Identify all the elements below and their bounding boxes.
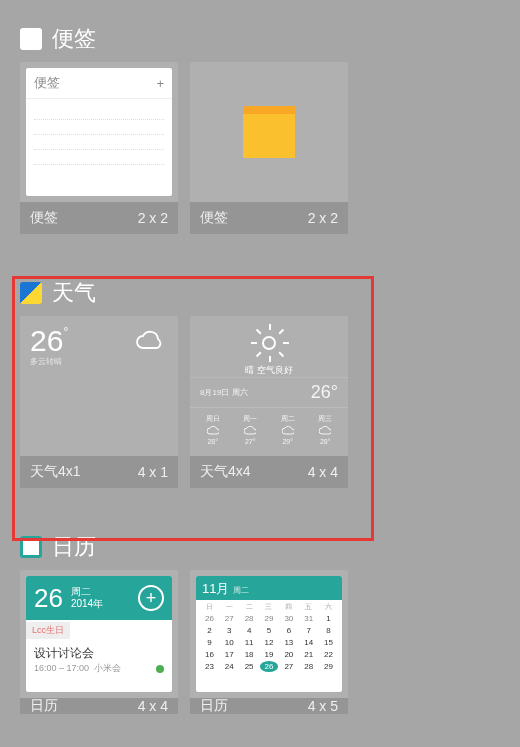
widget-name: 便签 (30, 209, 58, 227)
notes-icon (20, 28, 42, 50)
widget-preview: 晴 空气良好 8月19日 周六 26° 周日28° 周一27° 周二29° 周三… (190, 316, 348, 456)
widget-notes-2x2-b[interactable]: 便签 2 x 2 (190, 62, 348, 234)
widget-calendar-month[interactable]: 11月 周二 日一二三四五六 2627282930311 2345678 910… (190, 570, 348, 714)
widget-footer: 日历 4 x 4 (20, 698, 178, 714)
widget-preview: 26° 多云转晴 (20, 316, 178, 456)
section-title: 便签 (52, 24, 96, 54)
event-dot-icon (156, 665, 164, 673)
event-title: 设计讨论会 (34, 645, 164, 662)
note-preview: 便签 + (26, 68, 172, 196)
cal-month-dow: 周二 (233, 585, 249, 596)
section-header-calendar: 日历 (20, 522, 500, 570)
weather4-temp: 26 (311, 382, 331, 402)
widget-notes-2x2-a[interactable]: 便签 + 便签 2 x 2 (20, 62, 178, 234)
section-header-notes: 便签 (20, 14, 500, 62)
widget-name: 天气4x1 (30, 463, 81, 481)
cal-month: 11月 (202, 580, 229, 598)
widget-footer: 便签 2 x 2 (20, 202, 178, 234)
cal-date: 26 (34, 583, 63, 614)
widget-weather-4x4[interactable]: 晴 空气良好 8月19日 周六 26° 周日28° 周一27° 周二29° 周三… (190, 316, 348, 488)
widget-footer: 便签 2 x 2 (190, 202, 348, 234)
section-weather: 天气 26° 多云转晴 天气4x1 4 x 1 (0, 268, 520, 488)
section-calendar: 日历 26 周二 2014年 + Lcc生日 设计讨论会 (0, 522, 520, 714)
section-header-weather: 天气 (20, 268, 500, 316)
plus-icon: + (156, 76, 164, 91)
weather4-forecast: 周日28° 周一27° 周二29° 周三28° (190, 407, 348, 445)
weather4-date: 8月19日 周六 (200, 387, 248, 398)
widget-size: 4 x 4 (138, 698, 168, 714)
widget-name: 便签 (200, 209, 228, 227)
cal-tag: Lcc生日 (26, 622, 70, 639)
section-title: 天气 (52, 278, 96, 308)
widget-preview: 便签 + (20, 62, 178, 202)
widget-name: 日历 (30, 698, 58, 714)
note-header-label: 便签 (34, 74, 60, 92)
widget-size: 4 x 1 (138, 464, 168, 480)
widget-footer: 天气4x4 4 x 4 (190, 456, 348, 488)
widget-size: 4 x 4 (308, 464, 338, 480)
calendar-icon (20, 536, 42, 558)
widget-weather-4x1[interactable]: 26° 多云转晴 天气4x1 4 x 1 (20, 316, 178, 488)
weather-cond: 多云转晴 (30, 356, 68, 367)
cal-grid: 日一二三四五六 2627282930311 2345678 9101112131… (196, 600, 342, 676)
add-event-button[interactable]: + (138, 585, 164, 611)
widget-size: 4 x 5 (308, 698, 338, 714)
weather4-cond: 晴 空气良好 (190, 364, 348, 377)
sticky-note-icon (243, 106, 295, 158)
widget-size: 2 x 2 (138, 210, 168, 226)
widget-footer: 天气4x1 4 x 1 (20, 456, 178, 488)
section-title: 日历 (52, 532, 96, 562)
section-notes: 便签 便签 + 便签 2 x 2 (0, 0, 520, 234)
weather-icon (20, 282, 42, 304)
widget-preview (190, 62, 348, 202)
cal-dow: 周二 (71, 586, 103, 598)
widget-name: 天气4x4 (200, 463, 251, 481)
cloud-icon (134, 330, 164, 352)
sun-icon (252, 326, 286, 360)
cal-year: 2014年 (71, 598, 103, 610)
widget-footer: 日历 4 x 5 (190, 698, 348, 714)
widget-calendar-agenda[interactable]: 26 周二 2014年 + Lcc生日 设计讨论会 16:00 – 17:00 … (20, 570, 178, 714)
widget-size: 2 x 2 (308, 210, 338, 226)
weather-temp: 26 (30, 324, 63, 357)
widget-preview: 26 周二 2014年 + Lcc生日 设计讨论会 16:00 – 17:00 … (20, 570, 178, 698)
widget-preview: 11月 周二 日一二三四五六 2627282930311 2345678 910… (190, 570, 348, 698)
widget-name: 日历 (200, 698, 228, 714)
